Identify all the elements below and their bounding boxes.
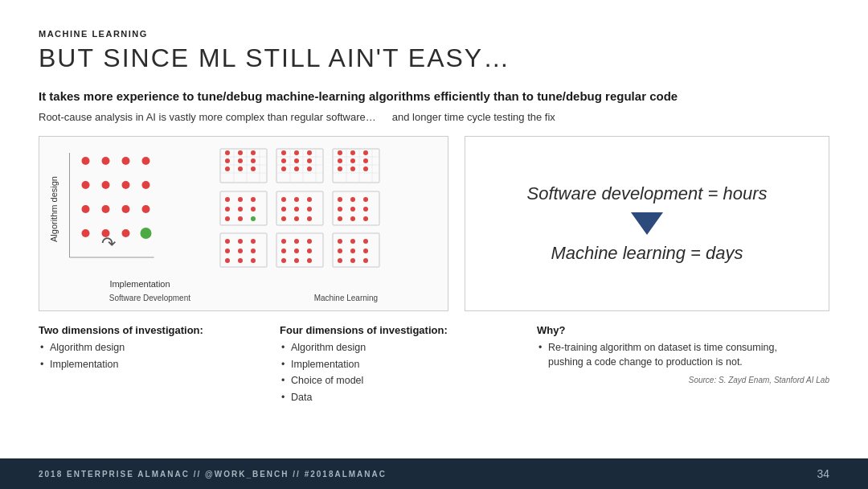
svg-point-123: [363, 249, 368, 253]
diagram-left-panel: Algorithm design: [47, 145, 208, 289]
svg-point-16: [122, 229, 130, 237]
arrow-down-icon: [631, 212, 663, 235]
svg-point-11: [102, 205, 110, 213]
why-item-1: Re-training algorithm on dataset is time…: [537, 341, 829, 369]
diagram-inner: Algorithm design: [47, 145, 440, 289]
svg-point-78: [281, 197, 286, 202]
footer-page-number: 34: [817, 467, 829, 480]
four-dim-item-4: Data: [280, 391, 505, 405]
footer-left-text: 2018 ENTERPRISE ALMANAC // @WORK_BENCH /…: [39, 470, 387, 479]
svg-point-3: [102, 157, 110, 165]
svg-point-68: [225, 197, 230, 202]
svg-point-102: [238, 249, 243, 253]
svg-point-60: [363, 150, 368, 155]
svg-point-92: [350, 207, 355, 212]
svg-point-82: [294, 207, 299, 212]
svg-point-113: [307, 249, 312, 253]
svg-point-105: [238, 258, 243, 263]
main-title: BUT SINCE ML STILL AIN'T EASY…: [39, 43, 829, 73]
why-text-2: pushing a code change to production is n…: [548, 356, 743, 368]
four-dim-item-2: Implementation: [280, 358, 505, 372]
two-dim-list: Algorithm design Implementation: [39, 341, 264, 372]
svg-point-103: [251, 249, 256, 253]
svg-point-73: [251, 207, 256, 212]
svg-point-100: [251, 239, 256, 244]
x-axis-label: Implementation: [72, 279, 208, 289]
cube-grids-svg: [216, 145, 393, 277]
svg-point-86: [307, 216, 312, 221]
svg-point-95: [350, 216, 355, 221]
svg-point-8: [122, 181, 130, 189]
svg-point-71: [225, 207, 230, 212]
svg-point-46: [294, 158, 299, 163]
svg-point-5: [142, 157, 150, 165]
description-part2: and longer time cycle testing the fix: [392, 111, 555, 123]
two-dim-title: Two dimensions of investigation:: [39, 324, 264, 336]
comparison-text-2: Machine learning = days: [551, 243, 743, 264]
svg-point-58: [338, 150, 342, 155]
svg-point-62: [350, 158, 355, 163]
description: Root-cause analysis in AI is vastly more…: [39, 111, 829, 123]
four-dim-col: Four dimensions of investigation: Algori…: [280, 324, 521, 407]
svg-point-10: [82, 205, 90, 213]
bottom-section: Two dimensions of investigation: Algorit…: [39, 324, 829, 407]
svg-point-33: [238, 166, 243, 171]
svg-point-49: [294, 166, 299, 171]
svg-point-45: [281, 158, 286, 163]
svg-point-43: [294, 150, 299, 155]
svg-point-75: [238, 216, 243, 221]
svg-point-34: [251, 166, 256, 171]
svg-point-115: [294, 258, 299, 263]
svg-point-64: [338, 166, 342, 171]
label-software: Software Development: [109, 294, 190, 302]
svg-point-84: [281, 216, 286, 221]
diagram-box: Algorithm design: [39, 136, 448, 311]
svg-point-114: [281, 258, 286, 263]
svg-point-50: [307, 166, 312, 171]
svg-point-88: [338, 197, 342, 202]
content-area: Algorithm design: [39, 136, 829, 311]
svg-point-14: [82, 229, 90, 237]
two-dim-item-2: Implementation: [39, 358, 264, 372]
slide: MACHINE LEARNING BUT SINCE ML STILL AIN'…: [0, 0, 868, 489]
svg-point-81: [281, 207, 286, 212]
svg-point-2: [82, 157, 90, 165]
svg-point-31: [251, 158, 256, 163]
diagram-left-inner: Algorithm design: [47, 145, 208, 277]
y-axis-label: Algorithm design: [49, 153, 59, 265]
svg-point-119: [350, 239, 355, 244]
label-ml: Machine Learning: [314, 294, 379, 302]
description-part1: Root-cause analysis in AI is vastly more…: [39, 111, 376, 123]
svg-text:↷: ↷: [101, 233, 116, 253]
svg-point-80: [307, 197, 312, 202]
svg-point-98: [225, 239, 230, 244]
svg-point-7: [102, 181, 110, 189]
svg-point-12: [122, 205, 130, 213]
svg-point-120: [363, 239, 368, 244]
svg-point-63: [363, 158, 368, 163]
svg-point-111: [281, 249, 286, 253]
svg-point-121: [338, 249, 342, 253]
svg-point-70: [251, 197, 256, 202]
svg-point-89: [350, 197, 355, 202]
svg-point-118: [338, 239, 342, 244]
svg-point-90: [363, 197, 368, 202]
svg-point-125: [350, 258, 355, 263]
why-text-1: Re-training algorithm on dataset is time…: [548, 342, 777, 353]
svg-point-99: [238, 239, 243, 244]
svg-point-48: [281, 166, 286, 171]
four-dim-item-3: Choice of model: [280, 374, 505, 388]
svg-point-83: [307, 207, 312, 212]
svg-point-104: [225, 258, 230, 263]
svg-point-109: [294, 239, 299, 244]
why-col: Why? Re-training algorithm on dataset is…: [521, 324, 829, 407]
why-title: Why?: [537, 324, 829, 336]
four-dim-list: Algorithm design Implementation Choice o…: [280, 341, 505, 405]
svg-point-76: [251, 216, 256, 221]
svg-point-26: [225, 150, 230, 155]
category-label: MACHINE LEARNING: [39, 29, 829, 39]
subtitle: It takes more experience to tune/debug m…: [39, 88, 829, 105]
svg-point-27: [238, 150, 243, 155]
svg-point-124: [338, 258, 342, 263]
svg-point-61: [338, 158, 342, 163]
